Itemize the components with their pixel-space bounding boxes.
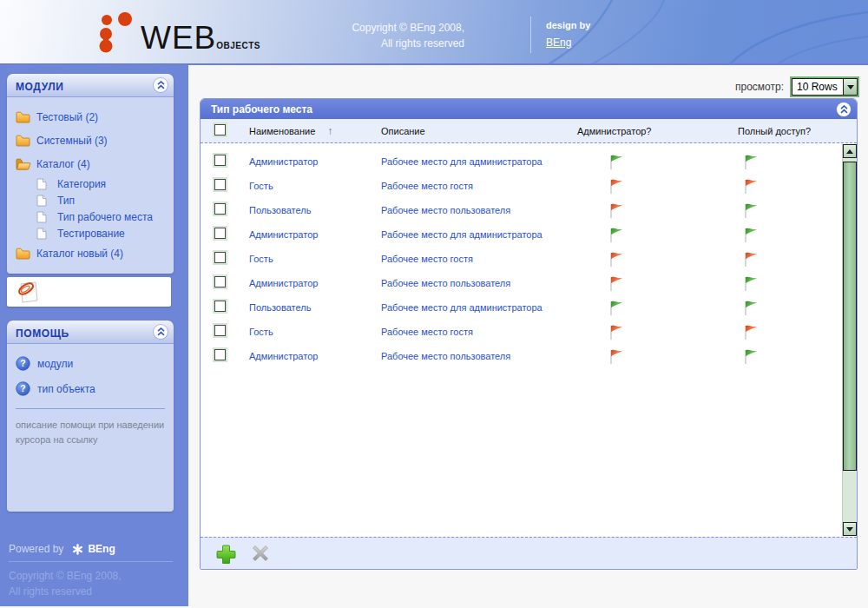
full-access-flag-no-icon[interactable] bbox=[738, 177, 842, 195]
table-row: ГостьРабочее место гостя bbox=[201, 174, 842, 198]
row-description-link[interactable]: Рабочее место гостя bbox=[381, 181, 577, 191]
column-header-full-access[interactable]: Полный доступ? bbox=[738, 126, 857, 136]
row-name-link[interactable]: Администратор bbox=[249, 278, 381, 288]
tree-item[interactable]: Каталог новый (4) bbox=[16, 241, 170, 265]
tree-item[interactable]: Тестирование bbox=[36, 225, 170, 241]
folder-closed-icon bbox=[16, 135, 31, 147]
rows-per-page-select[interactable]: 10 Rows bbox=[792, 78, 858, 96]
table-collapse-button[interactable] bbox=[837, 102, 851, 116]
row-name-link[interactable]: Администратор bbox=[249, 156, 381, 167]
table-row: ПользовательРабочее место пользователя bbox=[201, 198, 842, 222]
row-name-link[interactable]: Администратор bbox=[249, 351, 381, 361]
folder-open-icon bbox=[16, 158, 31, 170]
help-item-label: модули bbox=[37, 358, 73, 370]
admin-flag-no-icon[interactable] bbox=[577, 250, 738, 268]
row-name-link[interactable]: Пользователь bbox=[249, 205, 381, 215]
row-name-link[interactable]: Администратор bbox=[249, 229, 381, 240]
logo: WEB OBJECTS bbox=[97, 10, 260, 53]
admin-flag-no-icon[interactable] bbox=[577, 274, 738, 293]
full-access-flag-no-icon[interactable] bbox=[738, 250, 842, 268]
tree-item[interactable]: Системный (3) bbox=[16, 129, 170, 152]
row-description-link[interactable]: Рабочее место гостя bbox=[381, 254, 577, 264]
row-checkbox[interactable] bbox=[214, 252, 226, 263]
modules-panel-title: МОДУЛИ bbox=[16, 81, 64, 93]
folder-closed-icon bbox=[16, 248, 31, 260]
row-description-link[interactable]: Рабочее место для администратора bbox=[381, 156, 577, 167]
tree-item[interactable]: Категория bbox=[36, 175, 170, 192]
help-collapse-button[interactable] bbox=[154, 325, 168, 339]
scrollbar-thumb[interactable] bbox=[843, 162, 857, 471]
full-access-flag-yes-icon[interactable] bbox=[738, 274, 842, 293]
admin-flag-no-icon[interactable] bbox=[577, 347, 738, 366]
row-name-link[interactable]: Гость bbox=[249, 181, 381, 191]
row-name-link[interactable]: Гость bbox=[249, 327, 381, 337]
question-icon: ? bbox=[16, 381, 30, 396]
help-divider bbox=[16, 408, 165, 409]
scrollbar-down-button[interactable] bbox=[843, 522, 857, 536]
full-access-flag-yes-icon[interactable] bbox=[738, 226, 842, 244]
row-checkbox[interactable] bbox=[214, 228, 226, 239]
page-icon bbox=[36, 178, 52, 190]
row-checkbox[interactable] bbox=[214, 155, 226, 166]
view-label: просмотр: bbox=[735, 81, 784, 93]
admin-flag-yes-icon[interactable] bbox=[577, 226, 738, 244]
chevron-double-up-icon bbox=[157, 327, 165, 336]
tree-item[interactable]: Тип рабочего места bbox=[36, 208, 170, 225]
row-description-link[interactable]: Рабочее место пользователя bbox=[381, 351, 577, 361]
design-by-link[interactable]: BEng bbox=[546, 36, 571, 49]
sidebar: МОДУЛИ Тестовый (2)Системный (3)Каталог … bbox=[0, 65, 188, 606]
help-item[interactable]: ?тип объекта bbox=[16, 376, 165, 401]
row-checkbox[interactable] bbox=[214, 179, 226, 190]
full-access-flag-no-icon[interactable] bbox=[738, 323, 842, 341]
row-description-link[interactable]: Рабочее место для администратора bbox=[381, 302, 577, 313]
admin-flag-no-icon[interactable] bbox=[577, 177, 738, 195]
row-checkbox[interactable] bbox=[214, 349, 226, 360]
folder-closed-icon bbox=[16, 111, 31, 123]
full-access-flag-yes-icon[interactable] bbox=[738, 153, 842, 171]
row-checkbox[interactable] bbox=[214, 203, 226, 215]
help-items: ?модули?тип объекта bbox=[16, 351, 165, 401]
tree-item[interactable]: Каталог (4) bbox=[16, 152, 170, 175]
add-row-button[interactable] bbox=[216, 544, 236, 564]
tree-item-label: Тип рабочего места bbox=[57, 211, 153, 223]
column-header-description[interactable]: Описание bbox=[381, 126, 577, 136]
delete-row-button[interactable] bbox=[252, 545, 269, 562]
scrollbar-track[interactable] bbox=[843, 158, 857, 522]
column-header-admin[interactable]: Администратор? bbox=[577, 126, 738, 136]
scrollbar-up-button[interactable] bbox=[843, 144, 857, 158]
admin-flag-yes-icon[interactable] bbox=[577, 299, 738, 317]
attachment-box[interactable] bbox=[7, 277, 171, 307]
table-scrollbar[interactable] bbox=[842, 144, 857, 536]
row-description-link[interactable]: Рабочее место гостя bbox=[381, 327, 577, 337]
triangle-down-icon bbox=[846, 527, 853, 532]
row-checkbox[interactable] bbox=[214, 276, 226, 287]
modules-collapse-button[interactable] bbox=[154, 78, 168, 92]
chevron-double-up-icon bbox=[157, 81, 165, 89]
row-checkbox[interactable] bbox=[214, 301, 226, 312]
row-description-link[interactable]: Рабочее место для администратора bbox=[381, 229, 577, 240]
row-name-link[interactable]: Гость bbox=[249, 254, 381, 264]
admin-flag-no-icon[interactable] bbox=[577, 202, 738, 220]
table-row: АдминистраторРабочее место для администр… bbox=[201, 149, 842, 174]
tree-item[interactable]: Тип bbox=[36, 192, 170, 208]
admin-flag-yes-icon[interactable] bbox=[577, 153, 738, 171]
row-description-link[interactable]: Рабочее место пользователя bbox=[381, 278, 577, 288]
plus-icon bbox=[216, 544, 236, 564]
help-item[interactable]: ?модули bbox=[16, 351, 165, 376]
row-name-link[interactable]: Пользователь bbox=[249, 302, 381, 313]
row-checkbox[interactable] bbox=[214, 325, 226, 336]
tree-item-label: Тестовый (2) bbox=[36, 111, 98, 123]
select-dropdown-button[interactable] bbox=[843, 79, 857, 95]
table-titlebar: Тип рабочего места bbox=[201, 99, 857, 119]
table-row: ПользовательРабочее место для администра… bbox=[201, 295, 842, 320]
tree-item[interactable]: Тестовый (2) bbox=[16, 105, 170, 129]
help-item-label: тип объекта bbox=[37, 383, 95, 395]
question-icon: ? bbox=[16, 356, 30, 371]
full-access-flag-yes-icon[interactable] bbox=[738, 299, 842, 317]
full-access-flag-yes-icon[interactable] bbox=[738, 347, 842, 366]
admin-flag-no-icon[interactable] bbox=[577, 323, 738, 341]
row-description-link[interactable]: Рабочее место пользователя bbox=[381, 205, 577, 215]
column-header-name[interactable]: Наименование↑ bbox=[249, 125, 381, 137]
select-all-checkbox[interactable] bbox=[214, 124, 226, 135]
full-access-flag-yes-icon[interactable] bbox=[738, 202, 842, 220]
